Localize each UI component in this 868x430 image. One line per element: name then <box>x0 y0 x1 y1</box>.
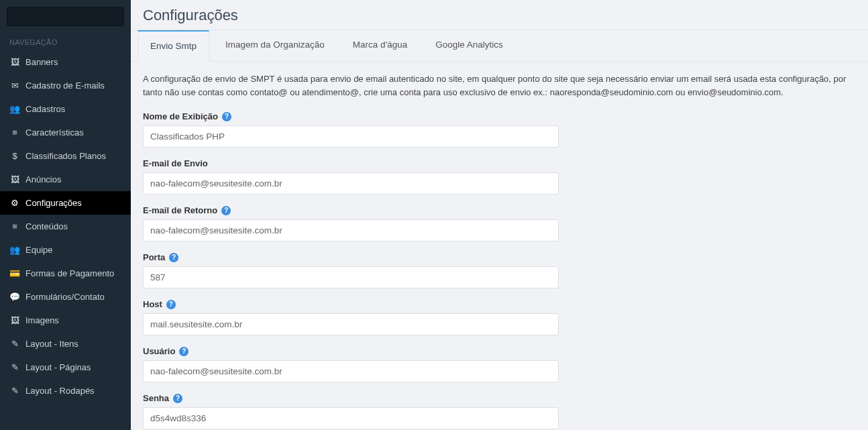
sidebar-item-label: Classificados Planos <box>25 151 106 161</box>
sidebar-item-imagens[interactable]: 🖼Imagens <box>0 309 131 332</box>
form-group-user: Usuário ? <box>143 346 559 382</box>
images-icon: 🖼 <box>9 58 20 67</box>
sidebar-item-equipe[interactable]: 👥Equipe <box>0 238 131 262</box>
pencil-icon: ✎ <box>9 363 20 372</box>
sidebar-item-label: Layout - Rodapés <box>25 386 95 396</box>
help-icon[interactable]: ? <box>169 253 178 262</box>
label-password: Senha ? <box>143 393 559 403</box>
pencil-icon: ✎ <box>9 386 20 396</box>
input-user[interactable] <box>143 360 559 382</box>
sidebar-item-banners[interactable]: 🖼Banners <box>0 50 131 74</box>
help-icon[interactable]: ? <box>173 394 182 403</box>
sidebar-item-label: Cadastro de E-mails <box>25 80 105 91</box>
list-icon: ≡ <box>9 222 20 231</box>
label-text: Senha <box>143 393 169 403</box>
label-send-email: E-mail de Envio <box>143 158 559 168</box>
images-icon: 🖼 <box>9 175 20 184</box>
sidebar-item-formul-rios-contato[interactable]: 💬Formulários/Contato <box>0 285 131 309</box>
sidebar: NAVEGAÇÃO 🖼Banners✉Cadastro de E-mails👥C… <box>0 0 131 430</box>
pencil-icon: ✎ <box>9 339 20 349</box>
main-content: Configurações Envio SmtpImagem da Organi… <box>131 0 868 430</box>
input-port[interactable] <box>143 266 559 288</box>
input-display-name[interactable] <box>143 125 559 148</box>
sidebar-item-cadastros[interactable]: 👥Cadastros <box>0 97 131 121</box>
form-group-return-email: E-mail de Retorno ? <box>143 205 559 241</box>
users-icon: 👥 <box>9 246 20 255</box>
label-text: Porta <box>143 252 165 262</box>
sidebar-item-classificados-planos[interactable]: $Classificados Planos <box>0 144 131 168</box>
help-icon[interactable]: ? <box>179 347 188 356</box>
sidebar-item-conte-dos[interactable]: ≡Conteúdos <box>0 215 131 238</box>
input-send-email[interactable] <box>143 172 559 195</box>
tab-google-analytics[interactable]: Google Analytics <box>423 30 515 61</box>
form-group-display-name: Nome de Exibição ? <box>143 111 559 148</box>
sidebar-item-caracter-sticas[interactable]: ≡Características <box>0 121 131 144</box>
sidebar-item-label: Equipe <box>25 245 52 255</box>
tabs-bar: Envio SmtpImagem da OrganizaçãoMarca d'á… <box>131 30 868 62</box>
sidebar-nav: 🖼Banners✉Cadastro de E-mails👥Cadastros≡C… <box>0 50 131 402</box>
sidebar-item-label: Cadastros <box>25 104 65 114</box>
tab-content: A configuração de envio de SMPT é usada … <box>131 62 868 430</box>
tab-marca-d-gua[interactable]: Marca d'água <box>341 30 419 61</box>
label-text: E-mail de Retorno <box>143 205 217 215</box>
intro-text: A configuração de envio de SMPT é usada … <box>143 72 856 99</box>
sidebar-item-label: Características <box>25 127 84 138</box>
sidebar-item-formas-de-pagamento[interactable]: 💳Formas de Pagamento <box>0 262 131 285</box>
sidebar-item-label: Layout - Itens <box>25 339 78 349</box>
label-text: Host <box>143 299 162 309</box>
dollar-icon: $ <box>9 152 20 161</box>
sidebar-item-label: Configurações <box>25 198 82 208</box>
input-host[interactable] <box>143 313 559 335</box>
sidebar-item-configura-es[interactable]: ⚙Configurações <box>0 191 131 215</box>
sidebar-item-label: Formulários/Contato <box>25 292 105 302</box>
label-return-email: E-mail de Retorno ? <box>143 205 559 215</box>
users-icon: 👥 <box>9 105 20 114</box>
label-host: Host ? <box>143 299 559 309</box>
tab-envio-smtp[interactable]: Envio Smtp <box>138 30 209 62</box>
label-text: Usuário <box>143 346 175 356</box>
form-group-password: Senha ? <box>143 393 559 429</box>
help-icon[interactable]: ? <box>221 206 231 215</box>
help-icon[interactable]: ? <box>166 300 176 309</box>
sidebar-item-an-ncios[interactable]: 🖼Anúncios <box>0 168 131 191</box>
image-icon: 🖼 <box>9 316 20 325</box>
sidebar-search-input[interactable] <box>7 7 124 26</box>
page-header: Configurações <box>131 0 868 30</box>
form-group-host: Host ? <box>143 299 559 335</box>
page-title: Configurações <box>143 7 856 24</box>
sidebar-item-layout-itens[interactable]: ✎Layout - Itens <box>0 332 131 356</box>
label-user: Usuário ? <box>143 346 559 356</box>
sidebar-heading: NAVEGAÇÃO <box>0 33 131 50</box>
input-password[interactable] <box>143 407 559 429</box>
sidebar-item-layout-rodap-s[interactable]: ✎Layout - Rodapés <box>0 379 131 402</box>
tab-imagem-da-organiza-o[interactable]: Imagem da Organização <box>213 30 337 61</box>
sidebar-item-label: Conteúdos <box>25 221 68 231</box>
list-icon: ≡ <box>9 128 20 138</box>
label-port: Porta ? <box>143 252 559 262</box>
envelope-icon: ✉ <box>9 81 20 91</box>
sidebar-item-label: Banners <box>25 57 58 67</box>
sidebar-item-label: Formas de Pagamento <box>25 268 114 278</box>
sidebar-item-label: Layout - Páginas <box>25 362 91 372</box>
comment-icon: 💬 <box>9 292 20 302</box>
label-text: Nome de Exibição <box>143 111 218 121</box>
sidebar-item-label: Imagens <box>25 315 59 325</box>
sidebar-item-cadastro-de-e-mails[interactable]: ✉Cadastro de E-mails <box>0 74 131 97</box>
sidebar-item-layout-p-ginas[interactable]: ✎Layout - Páginas <box>0 356 131 379</box>
sidebar-search-wrapper <box>0 0 131 33</box>
label-text: E-mail de Envio <box>143 158 208 168</box>
label-display-name: Nome de Exibição ? <box>143 111 559 121</box>
credit-card-icon: 💳 <box>9 269 20 278</box>
input-return-email[interactable] <box>143 219 559 241</box>
cogs-icon: ⚙ <box>9 199 20 208</box>
help-icon[interactable]: ? <box>222 112 231 121</box>
sidebar-item-label: Anúncios <box>25 174 61 184</box>
form-group-port: Porta ? <box>143 252 559 288</box>
form-group-send-email: E-mail de Envio <box>143 158 559 195</box>
